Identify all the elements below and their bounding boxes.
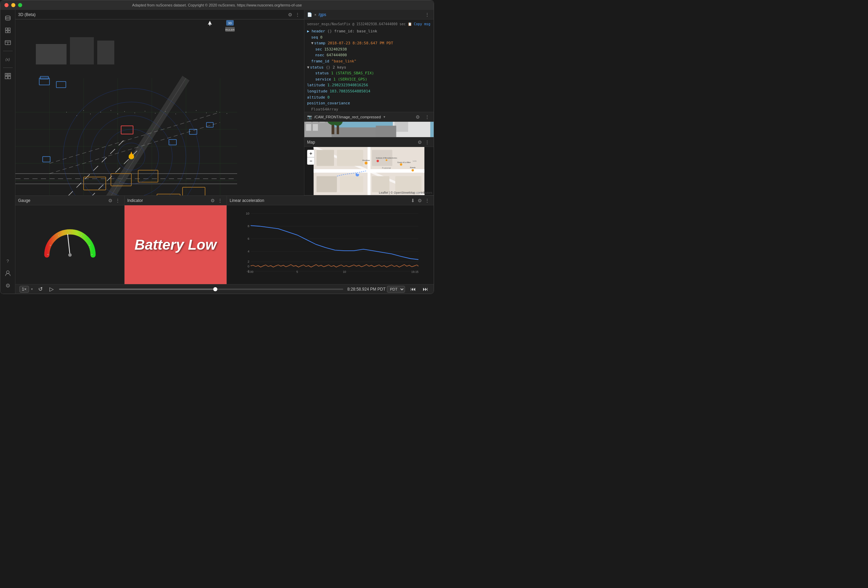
sidebar-icon-database[interactable] <box>2 13 13 24</box>
svg-text:6: 6 <box>248 237 249 240</box>
gps-field-longitude: longitude 103.78835564885014 <box>307 88 431 94</box>
svg-text:Woobbee: Woobbee <box>362 159 370 161</box>
linear-chart-svg: 10 8 6 4 2 0 -2 <box>241 209 420 274</box>
scene-3d-canvas[interactable]: 3D RULER <box>15 10 304 195</box>
linear-download-icon[interactable]: ⬇ <box>409 197 416 204</box>
svg-text:Guest of La Mien: Guest of La Mien <box>397 161 411 164</box>
gauge-more-icon[interactable]: ⋮ <box>114 197 121 204</box>
map-settings-icon[interactable]: ⚙ <box>416 139 424 146</box>
indicator-content: Battery Low <box>124 205 227 284</box>
svg-text:10: 10 <box>246 212 249 215</box>
copy-msg-link[interactable]: 📋 Copy msg <box>408 22 430 26</box>
panel-3d: 3D (Beta) ⚙ ⋮ <box>15 10 304 195</box>
gps-field-stamp: ▼stamp 2018-07-23 8:28:58.647 PM PDT <box>307 40 431 46</box>
sidebar-icon-grid[interactable] <box>2 25 13 36</box>
time-display: 8:28:58.924 PM PDT <box>347 287 385 292</box>
linear-settings-icon[interactable]: ⚙ <box>416 197 424 204</box>
svg-rect-107 <box>313 124 318 131</box>
timezone-selector[interactable]: PDT UTC <box>387 286 405 293</box>
timeline-track[interactable] <box>59 289 343 290</box>
timeline-thumb[interactable] <box>213 287 217 291</box>
svg-point-135 <box>365 162 368 165</box>
gps-more-icon[interactable]: ⋮ <box>424 11 431 18</box>
map-title: Map <box>307 140 416 144</box>
indicator-more-icon[interactable]: ⋮ <box>216 197 224 204</box>
timeline-progress <box>59 289 215 290</box>
gps-field-sec: sec 1532402938 <box>307 46 431 53</box>
gps-content[interactable]: sensor_msgs/NavSatFix @ 1532402938.64744… <box>304 19 434 112</box>
title-bar: Adapted from nuScenes dataset. Copyright… <box>0 0 434 10</box>
sidebar-icon-layout[interactable] <box>2 71 13 81</box>
gauge-header: Gauge ⚙ ⋮ <box>15 196 124 205</box>
speed-control: 1× ▾ <box>19 286 33 293</box>
gps-panel-header: 📄 × /gps ⋮ <box>304 10 434 19</box>
cam-dropdown-icon[interactable]: ▾ <box>384 115 385 119</box>
svg-point-84 <box>145 111 145 112</box>
map-attribution: Leaflet | © OpenStreetMap contributors <box>379 191 432 195</box>
svg-point-91 <box>216 111 217 112</box>
svg-point-78 <box>90 113 91 114</box>
gauge-title: Gauge <box>18 198 107 203</box>
linear-more-icon[interactable]: ⋮ <box>424 197 431 204</box>
sidebar-icon-help[interactable]: ? <box>2 255 13 267</box>
speed-selector[interactable]: 1× <box>19 286 29 293</box>
maximize-button[interactable] <box>18 3 22 7</box>
svg-text:10: 10 <box>343 270 346 274</box>
gps-field-seq: seq 0 <box>307 34 431 41</box>
svg-text:4: 4 <box>248 250 249 253</box>
svg-text:2: 2 <box>248 260 249 263</box>
svg-text:RULER: RULER <box>225 28 235 31</box>
svg-rect-103 <box>306 122 311 122</box>
gps-close-icon[interactable]: × <box>314 13 316 17</box>
sidebar-icon-panel[interactable] <box>2 37 13 48</box>
gps-panel: 📄 × /gps ⋮ sensor_msgs/NavSatFix @ 15324… <box>304 10 434 112</box>
svg-point-89 <box>196 110 196 111</box>
svg-point-137 <box>400 164 402 166</box>
camera-image-svg <box>304 122 434 137</box>
loop-button[interactable]: ↺ <box>37 286 44 292</box>
gps-field-header: ▶ header {} frame_id: base_link <box>307 28 431 34</box>
svg-point-81 <box>117 113 118 114</box>
map-more-icon[interactable]: ⋮ <box>424 139 431 146</box>
time-display-group: 8:28:58.924 PM PDT PDT UTC <box>347 286 405 293</box>
step-back-button[interactable]: ⏮ <box>409 286 417 292</box>
sidebar-icon-variable[interactable]: (x) <box>2 54 13 65</box>
linear-title: Linear acceleration <box>230 198 409 203</box>
gps-field-nsec: nsec 647444000 <box>307 52 431 58</box>
sidebar-divider <box>3 51 13 51</box>
gps-field-poscov: position_covariance <box>307 100 431 106</box>
svg-point-86 <box>165 111 166 112</box>
bottom-panels: Gauge ⚙ ⋮ <box>15 195 434 284</box>
gps-msg-meta: sensor_msgs/NavSatFix @ 1532402938.64744… <box>307 22 431 27</box>
cam-more-icon[interactable]: ⋮ <box>424 113 431 120</box>
minimize-button[interactable] <box>11 3 15 7</box>
svg-rect-125 <box>317 150 334 166</box>
gauge-settings-icon[interactable]: ⚙ <box>107 197 114 204</box>
svg-point-87 <box>176 113 176 114</box>
indicator-settings-icon[interactable]: ⚙ <box>209 197 216 204</box>
battery-low-text: Battery Low <box>134 237 216 253</box>
map-svg: Fusionar Link Woobbee Institute of Micro… <box>304 147 434 195</box>
map-zoom-out-button[interactable]: − <box>307 157 314 165</box>
svg-rect-74 <box>97 41 114 65</box>
map-content[interactable]: Fusionar Link Woobbee Institute of Micro… <box>304 147 434 195</box>
speed-dropdown-icon[interactable]: ▾ <box>31 287 33 291</box>
svg-rect-106 <box>306 124 311 131</box>
panel-3d-settings-icon[interactable]: ⚙ <box>286 11 294 18</box>
svg-rect-105 <box>320 122 325 122</box>
step-forward-button[interactable]: ⏭ <box>421 286 430 292</box>
svg-point-83 <box>134 112 135 113</box>
panel-3d-header: 3D (Beta) ⚙ ⋮ <box>15 10 304 19</box>
sidebar-icon-settings[interactable]: ⚙ <box>2 280 13 291</box>
svg-point-75 <box>66 112 67 112</box>
play-button[interactable]: ▷ <box>48 286 55 292</box>
panel-3d-more-icon[interactable]: ⋮ <box>294 11 301 18</box>
svg-rect-17 <box>15 10 304 195</box>
svg-point-76 <box>77 115 77 116</box>
cam-settings-icon[interactable]: ⚙ <box>414 113 421 120</box>
svg-point-0 <box>6 16 10 18</box>
timeline-bar: 1× ▾ ↺ ▷ 8:28:58.924 PM PDT PDT UTC ⏮ ⏭ <box>15 284 434 294</box>
sidebar-icon-user[interactable] <box>2 268 13 279</box>
map-zoom-in-button[interactable]: + <box>307 150 314 157</box>
close-button[interactable] <box>4 3 9 7</box>
